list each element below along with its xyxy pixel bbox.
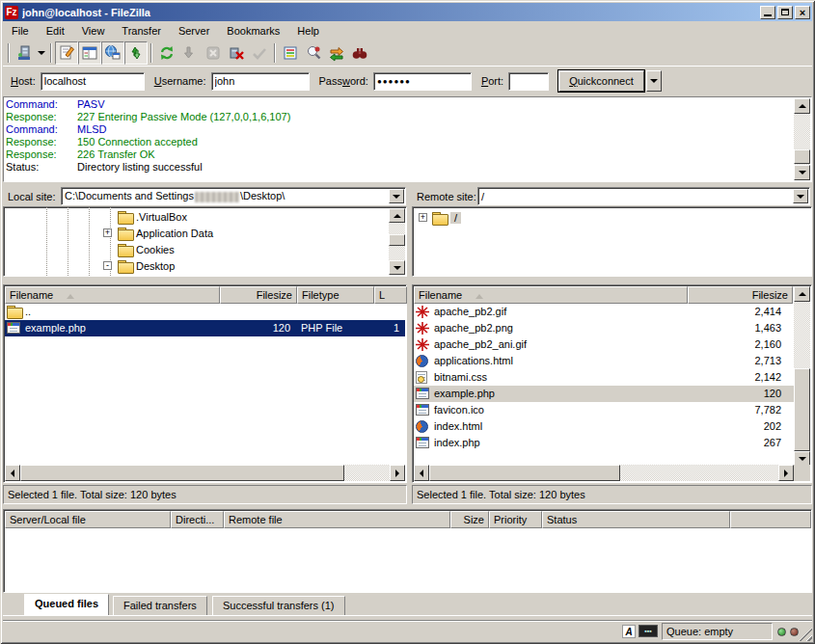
remote-site-row: Remote site: / bbox=[412, 187, 812, 205]
menu-server[interactable]: Server bbox=[170, 23, 218, 39]
menu-help[interactable]: Help bbox=[288, 23, 328, 39]
tab-failed-transfers[interactable]: Failed transfers bbox=[113, 596, 207, 615]
close-button[interactable]: × bbox=[795, 6, 810, 19]
refresh-button[interactable] bbox=[155, 41, 178, 65]
process-queue-icon bbox=[181, 44, 199, 62]
username-input[interactable] bbox=[211, 72, 310, 91]
file-row[interactable]: index.html202 bbox=[414, 418, 794, 435]
scroll-up-button[interactable] bbox=[794, 286, 810, 302]
column-header-lastmodified[interactable]: L bbox=[374, 286, 407, 304]
toggle-message-log-button[interactable] bbox=[55, 41, 78, 65]
process-queue-button[interactable] bbox=[178, 41, 202, 65]
menu-edit[interactable]: Edit bbox=[38, 23, 73, 39]
local-horizontal-scrollbar[interactable] bbox=[5, 465, 405, 481]
column-header-filename[interactable]: Filename bbox=[5, 286, 220, 304]
combo-dropdown-button[interactable] bbox=[793, 189, 808, 203]
scroll-thumb[interactable] bbox=[429, 465, 620, 481]
remote-horizontal-scrollbar[interactable] bbox=[414, 465, 794, 481]
scroll-right-button[interactable] bbox=[778, 465, 794, 481]
scroll-thumb[interactable] bbox=[389, 234, 405, 246]
file-row[interactable]: apache_pb2_ani.gif2,160 bbox=[414, 336, 794, 353]
file-row[interactable]: apache_pb2.png1,463 bbox=[414, 320, 794, 336]
file-row-selected[interactable]: example.php120 bbox=[414, 386, 794, 402]
file-row-example-php[interactable]: example.php 120 PHP File 1 bbox=[5, 320, 405, 336]
scroll-up-button[interactable] bbox=[794, 98, 810, 114]
menu-bookmarks[interactable]: Bookmarks bbox=[218, 23, 288, 39]
tree-item-virtualbox[interactable]: .VirtualBox bbox=[118, 208, 187, 225]
file-row[interactable]: index.php267 bbox=[414, 435, 794, 451]
tab-successful-transfers[interactable]: Successful transfers (1) bbox=[212, 596, 345, 615]
quickconnect-button[interactable]: Quickconnect bbox=[558, 70, 644, 92]
file-row-parent[interactable]: .. bbox=[5, 304, 405, 320]
column-header-status[interactable]: Status bbox=[542, 511, 730, 528]
column-header-priority[interactable]: Priority bbox=[489, 511, 542, 528]
column-header-filesize[interactable]: Filesize bbox=[688, 286, 793, 304]
compare-button[interactable] bbox=[302, 41, 325, 65]
column-header-server-local-file[interactable]: Server/Local file bbox=[5, 511, 171, 528]
scroll-thumb[interactable] bbox=[794, 368, 810, 451]
scroll-left-button[interactable] bbox=[414, 465, 429, 481]
cancel-operation-button[interactable] bbox=[202, 41, 225, 65]
column-header-remote-file[interactable]: Remote file bbox=[224, 511, 450, 528]
file-row[interactable]: apache_pb2.gif2,414 bbox=[414, 304, 794, 320]
remote-site-combobox[interactable]: / bbox=[477, 187, 810, 205]
local-tree-scrollbar[interactable] bbox=[389, 208, 405, 275]
local-site-combobox[interactable]: C:\Documents and Settings\Desktop\ bbox=[61, 187, 406, 205]
file-row[interactable]: favicon.ico7,782 bbox=[414, 402, 794, 418]
column-header-size[interactable]: Size bbox=[450, 511, 489, 528]
scroll-thumb[interactable] bbox=[20, 465, 344, 481]
log-scrollbar[interactable] bbox=[794, 98, 810, 180]
file-row[interactable]: bitnami.css2,142 bbox=[414, 369, 794, 386]
toggle-local-tree-button[interactable] bbox=[78, 41, 101, 65]
find-files-button[interactable] bbox=[348, 41, 371, 65]
title-bar[interactable]: Fz john@localhost - FileZilla × bbox=[3, 3, 812, 21]
tree-item-desktop[interactable]: Desktop bbox=[118, 257, 175, 274]
disconnect-button[interactable] bbox=[225, 41, 248, 65]
collapse-minus-box[interactable]: - bbox=[103, 261, 112, 270]
expand-plus-box[interactable]: + bbox=[419, 213, 427, 222]
toggle-remote-tree-button[interactable] bbox=[101, 41, 124, 65]
port-input[interactable] bbox=[508, 72, 549, 91]
tree-item-cookies[interactable]: Cookies bbox=[118, 241, 175, 257]
column-header-filetype[interactable]: Filetype bbox=[297, 286, 374, 304]
site-manager-button[interactable] bbox=[13, 41, 36, 65]
arrow-right-icon bbox=[395, 470, 403, 477]
toggle-transfer-queue-button[interactable] bbox=[124, 41, 148, 65]
remote-vertical-scrollbar[interactable] bbox=[794, 286, 810, 467]
scroll-right-button[interactable] bbox=[390, 465, 405, 481]
synchronized-browsing-button[interactable] bbox=[325, 41, 348, 65]
host-input[interactable] bbox=[41, 72, 145, 91]
minimize-button[interactable] bbox=[760, 6, 775, 19]
scroll-down-button[interactable] bbox=[794, 165, 810, 180]
reconnect-button[interactable] bbox=[248, 41, 271, 65]
queue-empty-area[interactable] bbox=[5, 528, 810, 591]
menu-file[interactable]: File bbox=[3, 23, 38, 39]
remote-file-rows: apache_pb2.gif2,414 apache_pb2.png1,463 … bbox=[414, 304, 794, 466]
site-manager-dropdown[interactable] bbox=[36, 41, 47, 65]
php-file-icon bbox=[7, 322, 20, 334]
password-input[interactable] bbox=[373, 72, 472, 91]
filter-button[interactable] bbox=[279, 41, 302, 65]
combo-dropdown-button[interactable] bbox=[389, 189, 404, 203]
transfer-type-ascii-icon[interactable]: A bbox=[622, 625, 636, 638]
scroll-left-button[interactable] bbox=[5, 465, 20, 481]
scroll-down-button[interactable] bbox=[389, 260, 405, 275]
quickconnect-dropdown[interactable] bbox=[646, 70, 662, 92]
expand-plus-box[interactable]: + bbox=[103, 228, 112, 237]
scroll-thumb[interactable] bbox=[794, 149, 810, 164]
tree-item-root[interactable]: / bbox=[432, 209, 461, 226]
column-header-filename[interactable]: Filename bbox=[414, 286, 688, 304]
maximize-button[interactable] bbox=[777, 6, 793, 19]
speed-limit-icon[interactable]: ▪▪▪ bbox=[638, 625, 658, 637]
tree-item-application-data[interactable]: Application Data bbox=[118, 225, 213, 241]
column-header-filesize[interactable]: Filesize bbox=[220, 286, 297, 304]
remote-selection-status: Selected 1 file. Total size: 120 bytes bbox=[412, 485, 812, 504]
menu-view[interactable]: View bbox=[73, 23, 114, 39]
scroll-up-button[interactable] bbox=[389, 208, 405, 223]
file-row[interactable]: applications.html2,713 bbox=[414, 353, 794, 369]
menu-transfer[interactable]: Transfer bbox=[113, 23, 170, 39]
status-bar: A ▪▪▪ Queue: empty bbox=[3, 620, 812, 641]
column-header-direction[interactable]: Directi... bbox=[171, 511, 224, 528]
resize-grip[interactable] bbox=[799, 628, 812, 641]
tab-queued-files[interactable]: Queued files bbox=[24, 594, 109, 615]
